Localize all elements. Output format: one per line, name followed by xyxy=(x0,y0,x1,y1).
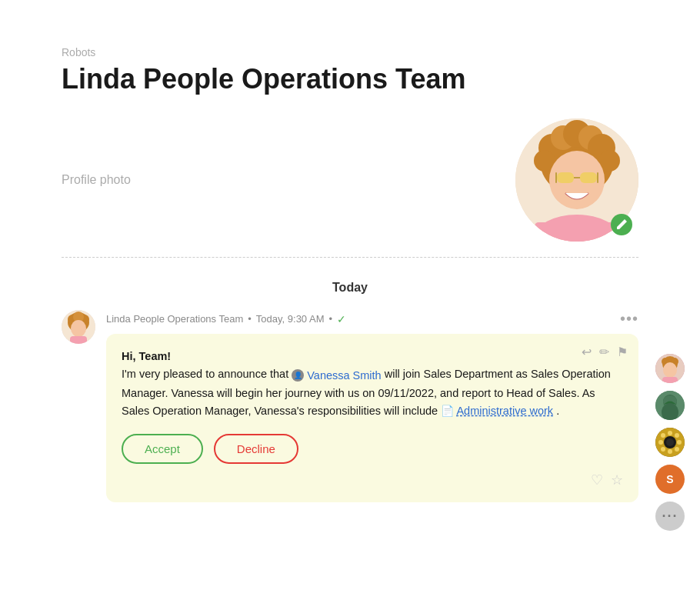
breadcrumb: Robots xyxy=(62,46,638,58)
svg-point-44 xyxy=(666,438,674,446)
svg-point-42 xyxy=(675,447,679,452)
message-container: Linda People Operations Team • Today, 9:… xyxy=(0,310,700,502)
svg-rect-29 xyxy=(662,377,678,383)
profile-photo-label: Profile photo xyxy=(62,173,131,187)
mention-name: Vanessa Smith xyxy=(307,367,381,385)
decline-button[interactable]: Decline xyxy=(214,434,298,464)
message-body-3: . xyxy=(556,405,559,417)
message-body-1: I'm very pleased to announce that xyxy=(122,368,292,380)
accept-button[interactable]: Accept xyxy=(122,434,203,464)
sidebar-avatar-4[interactable]: S xyxy=(655,465,685,494)
svg-point-39 xyxy=(661,433,665,438)
svg-point-35 xyxy=(668,431,672,435)
sidebar-avatar-2[interactable] xyxy=(655,391,685,420)
message-text: Hi, Team! I'm very pleased to announce t… xyxy=(122,348,623,420)
message-actions: ↩ ✏ ⚑ xyxy=(582,345,628,359)
message-meta-left: Linda People Operations Team • Today, 9:… xyxy=(106,313,346,325)
edit-photo-button[interactable] xyxy=(611,214,632,235)
admin-work-link[interactable]: Administrative work xyxy=(456,405,553,417)
today-label: Today xyxy=(332,281,368,294)
svg-rect-14 xyxy=(597,172,598,183)
reply-icon[interactable]: ↩ xyxy=(582,345,592,359)
page-title: Linda People Operations Team xyxy=(62,63,638,95)
read-check-icon: ✓ xyxy=(337,313,346,325)
user-mention-link[interactable]: 👤 Vanessa Smith xyxy=(292,367,381,385)
message-options-button[interactable]: ••• xyxy=(620,310,638,328)
sender-avatar xyxy=(62,310,95,344)
sidebar-avatar-3[interactable] xyxy=(655,428,685,457)
message-sender: Linda People Operations Team xyxy=(106,313,243,325)
message-footer: ♡ ☆ xyxy=(122,464,623,488)
message-greeting: Hi, Team! xyxy=(122,350,171,362)
svg-point-28 xyxy=(663,362,677,378)
svg-point-37 xyxy=(658,440,663,445)
message-timestamp: Today, 9:30 AM xyxy=(256,313,325,325)
svg-rect-16 xyxy=(535,222,619,242)
edit-icon[interactable]: ✏ xyxy=(599,345,609,359)
message-buttons: Accept Decline xyxy=(122,434,623,464)
meta-separator2: • xyxy=(329,313,333,325)
svg-rect-11 xyxy=(580,172,597,183)
svg-point-22 xyxy=(71,320,86,337)
svg-point-41 xyxy=(661,447,665,452)
meta-separator: • xyxy=(248,313,252,325)
sidebar-avatar-5[interactable]: ··· xyxy=(655,502,685,531)
flag-icon[interactable]: ⚑ xyxy=(617,345,628,359)
svg-rect-10 xyxy=(557,172,574,183)
profile-photo-container xyxy=(515,118,638,242)
svg-rect-13 xyxy=(555,172,557,183)
sidebar-avatar-1[interactable] xyxy=(655,354,685,383)
message-meta: Linda People Operations Team • Today, 9:… xyxy=(106,310,638,328)
heart-icon[interactable]: ♡ xyxy=(591,472,603,488)
message-bubble: ↩ ✏ ⚑ Hi, Team! I'm very pleased to anno… xyxy=(106,334,638,502)
document-icon: 📄 xyxy=(441,402,454,419)
svg-point-38 xyxy=(677,440,682,445)
svg-point-40 xyxy=(675,433,679,438)
mention-user-icon: 👤 xyxy=(292,369,304,382)
right-sidebar: S ··· xyxy=(655,354,685,531)
svg-point-36 xyxy=(668,449,672,454)
star-icon[interactable]: ☆ xyxy=(611,472,623,488)
message-column: Linda People Operations Team • Today, 9:… xyxy=(106,310,638,502)
svg-rect-23 xyxy=(70,336,87,344)
